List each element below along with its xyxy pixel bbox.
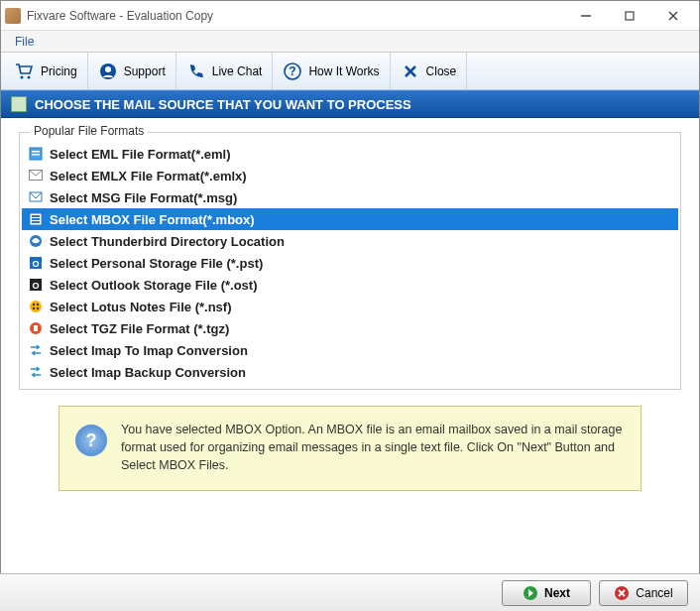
ost-icon: O	[28, 277, 44, 293]
close-icon	[668, 11, 678, 21]
format-tgz[interactable]: Select TGZ File Format (*.tgz)	[22, 317, 678, 339]
svg-point-26	[30, 301, 42, 312]
imap-icon	[28, 342, 44, 358]
format-label: Select MBOX File Format(*.mbox)	[50, 212, 255, 227]
format-label: Select Thunderbird Directory Location	[50, 234, 285, 249]
cancel-button[interactable]: Cancel	[599, 580, 688, 606]
mbox-icon	[28, 211, 44, 227]
svg-rect-1	[626, 12, 634, 20]
footer: Next Cancel	[0, 573, 700, 611]
livechat-button[interactable]: Live Chat	[176, 53, 274, 89]
info-question-icon: ?	[75, 425, 107, 456]
format-emlx[interactable]: Select EMLX File Format(*.emlx)	[22, 165, 678, 186]
format-eml[interactable]: Select EML File Format(*.eml)	[22, 143, 678, 165]
menubar: File	[1, 31, 699, 53]
cancel-x-icon	[614, 585, 630, 601]
pricing-button[interactable]: Pricing	[5, 53, 88, 89]
format-label: Select Lotus Notes File (*.nsf)	[50, 300, 231, 314]
maximize-icon	[625, 11, 635, 21]
format-imap-backup[interactable]: Select Imap Backup Conversion	[22, 361, 678, 383]
tgz-icon	[28, 320, 44, 336]
info-text: You have selected MBOX Option. An MBOX f…	[121, 421, 625, 474]
format-label: Select MSG File Format(*.msg)	[50, 190, 237, 205]
format-label: Select Outlook Storage File (*.ost)	[50, 278, 257, 293]
svg-text:O: O	[32, 281, 39, 291]
svg-point-27	[33, 304, 35, 306]
svg-rect-32	[34, 325, 38, 331]
format-imap-to-imap[interactable]: Select Imap To Imap Conversion	[22, 339, 678, 361]
pst-icon: O	[28, 255, 44, 271]
format-nsf[interactable]: Select Lotus Notes File (*.nsf)	[22, 296, 678, 317]
phone-icon	[186, 61, 206, 81]
cart-icon	[15, 61, 35, 81]
format-msg[interactable]: Select MSG File Format(*.msg)	[22, 186, 678, 208]
content-area: Popular File Formats Select EML File For…	[1, 118, 699, 507]
header-band: CHOOSE THE MAIL SOURCE THAT YOU WANT TO …	[1, 90, 699, 118]
close-window-button[interactable]	[651, 2, 695, 30]
svg-rect-14	[32, 154, 40, 156]
format-label: Select Imap To Imap Conversion	[50, 343, 248, 358]
close-app-button[interactable]: Close	[391, 53, 468, 89]
formats-groupbox: Popular File Formats Select EML File For…	[19, 132, 681, 390]
svg-point-29	[33, 307, 35, 309]
format-thunderbird[interactable]: Select Thunderbird Directory Location	[22, 230, 678, 252]
app-icon	[5, 8, 21, 24]
svg-rect-20	[32, 221, 40, 223]
format-label: Select Personal Storage File (*.pst)	[50, 256, 263, 271]
format-pst[interactable]: O Select Personal Storage File (*.pst)	[22, 252, 678, 274]
headset-icon	[98, 61, 118, 81]
header-text: CHOOSE THE MAIL SOURCE THAT YOU WANT TO …	[35, 97, 411, 112]
maximize-button[interactable]	[608, 2, 651, 30]
close-label: Close	[426, 64, 457, 78]
groupbox-legend: Popular File Formats	[30, 124, 148, 138]
svg-rect-13	[32, 151, 40, 153]
menu-file[interactable]: File	[7, 33, 42, 51]
svg-text:O: O	[32, 259, 39, 269]
support-button[interactable]: Support	[88, 53, 176, 89]
nsf-icon	[28, 299, 44, 314]
support-label: Support	[124, 64, 166, 78]
svg-rect-18	[32, 215, 40, 217]
emlx-icon	[28, 168, 44, 183]
msg-icon	[28, 189, 44, 205]
livechat-label: Live Chat	[212, 64, 263, 78]
pricing-label: Pricing	[41, 64, 77, 78]
format-list: Select EML File Format(*.eml) Select EML…	[22, 143, 678, 383]
info-panel: ? You have selected MBOX Option. An MBOX…	[58, 406, 642, 491]
thunderbird-icon	[28, 233, 44, 249]
header-icon	[11, 96, 27, 112]
svg-rect-19	[32, 218, 40, 220]
howitworks-button[interactable]: ? How It Works	[273, 53, 390, 89]
imap-backup-icon	[28, 364, 44, 380]
howitworks-label: How It Works	[308, 64, 379, 78]
svg-point-30	[37, 307, 39, 309]
format-label: Select EML File Format(*.eml)	[50, 147, 231, 162]
format-label: Select EMLX File Format(*.emlx)	[50, 169, 247, 183]
x-icon	[401, 61, 420, 81]
cancel-label: Cancel	[636, 586, 672, 600]
minimize-button[interactable]	[564, 2, 608, 30]
toolbar: Pricing Support Live Chat ? How It Works…	[1, 53, 699, 90]
format-mbox[interactable]: Select MBOX File Format(*.mbox)	[22, 208, 678, 230]
next-arrow-icon	[523, 585, 538, 601]
svg-point-4	[21, 75, 24, 78]
svg-point-5	[28, 75, 31, 78]
svg-point-28	[37, 304, 39, 306]
format-label: Select TGZ File Format (*.tgz)	[50, 321, 229, 336]
format-label: Select Imap Backup Conversion	[50, 365, 246, 380]
svg-point-7	[105, 66, 111, 72]
format-ost[interactable]: O Select Outlook Storage File (*.ost)	[22, 274, 678, 296]
minimize-icon	[580, 10, 592, 22]
svg-text:?: ?	[290, 64, 296, 78]
titlebar: Fixvare Software - Evaluation Copy	[1, 1, 699, 31]
next-label: Next	[544, 586, 570, 600]
window-title: Fixvare Software - Evaluation Copy	[27, 9, 564, 23]
eml-icon	[28, 146, 44, 162]
next-button[interactable]: Next	[502, 580, 591, 606]
question-icon: ?	[283, 61, 302, 81]
